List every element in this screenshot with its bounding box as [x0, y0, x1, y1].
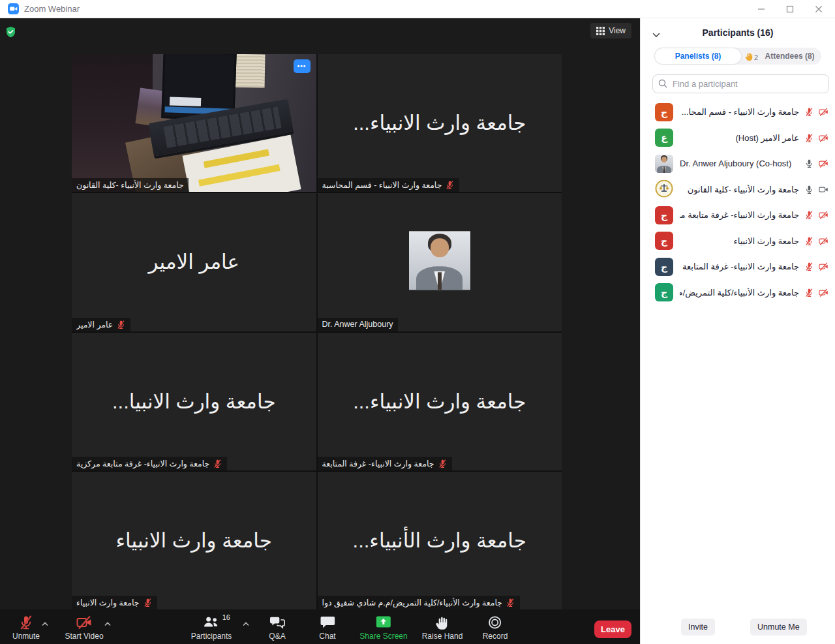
- video-options-chevron[interactable]: [104, 617, 111, 629]
- security-shield-icon[interactable]: [5, 26, 16, 38]
- zoom-logo-icon: [8, 3, 19, 14]
- tile-name-chip: Dr. Anwer Aljuboury: [318, 318, 398, 331]
- participants-tabs: Panelists (8) 2 Attendees (8): [654, 48, 821, 65]
- participants-options-chevron[interactable]: [243, 617, 249, 629]
- meeting-area: View ••• جامعة وارث الأنبياء -كلية القان…: [0, 18, 640, 644]
- microphone-icon: [804, 133, 814, 143]
- participants-button[interactable]: 16 Participants: [191, 614, 232, 641]
- tile-name-label: جامعة وارث الانبياء - قسم المحاسبة: [322, 180, 442, 190]
- chat-button[interactable]: Chat: [319, 614, 335, 641]
- participant-avatar: ع: [655, 129, 673, 147]
- participant-row[interactable]: ج جامعة وارث الأنبياء/كلية التمريض/م.م..…: [641, 280, 835, 306]
- video-off-icon: [76, 614, 93, 631]
- search-icon: [658, 79, 667, 91]
- video-tile[interactable]: جامعة وارث الانبيا... جامعة وارث الانبيا…: [72, 333, 316, 470]
- video-tile[interactable]: عامر الامير عامر الامير: [72, 193, 316, 331]
- leave-button[interactable]: Leave: [594, 621, 631, 638]
- tile-display-name: جامعة وارث الأنبياء...: [318, 472, 562, 609]
- participants-label: Participants: [191, 632, 232, 641]
- maximize-button[interactable]: [785, 5, 795, 14]
- unmute-options-chevron[interactable]: [42, 617, 48, 629]
- share-screen-button[interactable]: Share Screen: [359, 614, 407, 641]
- panel-collapse-chevron-icon[interactable]: [652, 29, 660, 40]
- participant-row[interactable]: Dr. Anwer Aljuboury (Co-host): [641, 151, 835, 177]
- tile-name-label: Dr. Anwer Aljuboury: [322, 320, 393, 329]
- chat-icon: [320, 614, 335, 631]
- tile-name-chip: جامعة وارث الأنبياء -كلية القانون: [72, 178, 189, 192]
- tab-panelists[interactable]: Panelists (8): [655, 48, 741, 64]
- camera-icon: [818, 236, 829, 246]
- minimize-button[interactable]: [757, 5, 766, 14]
- view-button[interactable]: View: [590, 23, 631, 38]
- view-button-label: View: [609, 26, 626, 35]
- microphone-icon: [438, 459, 448, 468]
- participant-row[interactable]: ج جامعة وارث الانبياء: [641, 228, 835, 254]
- unmute-button[interactable]: Unmute: [12, 614, 40, 641]
- camera-icon: [818, 107, 829, 117]
- panel-footer: Invite Unmute Me: [641, 610, 835, 644]
- microphone-icon: [804, 210, 814, 220]
- microphone-icon: [116, 320, 126, 330]
- qa-button[interactable]: Q&A: [269, 614, 286, 641]
- participant-row[interactable]: جامعة وارث الأنبياء -كلية القانون: [641, 177, 835, 203]
- microphone-icon: [804, 288, 814, 298]
- tile-name-chip: جامعة وارث الانبياء- غرفة المتابعة: [318, 457, 452, 470]
- tile-name-chip: عامر الامير: [72, 318, 130, 331]
- participant-avatar: ج: [655, 283, 673, 301]
- close-button[interactable]: [814, 5, 823, 14]
- video-tile[interactable]: جامعة وارث الانبياء جامعة وارث الانبياء: [72, 472, 316, 609]
- participant-name: جامعة وارث الانبياء- غرفة متابعة مرك...: [680, 210, 799, 220]
- video-tile[interactable]: Dr. Anwer Aljuboury: [318, 193, 562, 331]
- tab-attendees[interactable]: Attendees (8): [758, 52, 821, 61]
- tile-more-options-button[interactable]: •••: [294, 59, 311, 73]
- camera-icon: [818, 262, 829, 271]
- participant-row[interactable]: ج جامعة وارث الانبياء- غرفة متابعة مرك..…: [641, 202, 835, 228]
- tile-display-name: جامعة وارث الانبياء...: [318, 54, 562, 192]
- microphone-icon: [143, 598, 153, 607]
- raise-hand-label: Raise Hand: [422, 632, 463, 641]
- tile-display-name: جامعة وارث الانبيا...: [72, 333, 316, 470]
- participant-row[interactable]: ج جامعة وارث الانبياء- غرفة المتابعة: [641, 254, 835, 280]
- microphone-icon: [506, 598, 515, 607]
- tile-name-label: جامعة وارث الانبياء: [76, 598, 140, 607]
- participant-row[interactable]: ج جامعة وارث الانبياء - قسم المحا... (Me…: [641, 99, 835, 125]
- grid-view-icon: [596, 27, 605, 35]
- invite-button[interactable]: Invite: [681, 619, 715, 636]
- participants-list: ج جامعة وارث الانبياء - قسم المحا... (Me…: [641, 99, 835, 305]
- zoom-webinar-window: Zoom Webinar View: [0, 0, 835, 644]
- raised-hand-icon: [745, 52, 753, 61]
- tile-name-chip: جامعة وارث الانبياء- غرفة متابعة مركزية: [72, 457, 227, 470]
- tile-name-label: عامر الامير: [76, 320, 113, 330]
- participants-panel-title: Participants (16): [641, 18, 835, 38]
- record-icon: [488, 614, 502, 631]
- participant-avatar: ج: [655, 232, 673, 250]
- camera-icon: [818, 133, 829, 143]
- start-video-button[interactable]: Start Video: [65, 614, 103, 641]
- search-input[interactable]: [652, 74, 829, 93]
- microphone-icon: [804, 262, 814, 271]
- unmute-me-button[interactable]: Unmute Me: [750, 619, 807, 636]
- participants-count-badge: 16: [222, 613, 230, 621]
- microphone-icon: [804, 107, 814, 117]
- tile-name-label: جامعة وارث الأنبياء/كلية التمريض/م.م شاد…: [322, 598, 503, 607]
- tile-display-name: جامعة وارث الانبياء...: [318, 333, 562, 470]
- participant-name: جامعة وارث الانبياء- غرفة المتابعة: [680, 262, 799, 271]
- tile-name-chip: جامعة وارث الانبياء: [72, 596, 157, 609]
- participant-name: عامر الامير (Host): [680, 133, 799, 143]
- participant-photo: [409, 231, 470, 290]
- window-titlebar: Zoom Webinar: [0, 0, 835, 18]
- video-tile[interactable]: جامعة وارث الأنبياء... جامعة وارث الأنبي…: [318, 472, 562, 609]
- video-tile[interactable]: ••• جامعة وارث الأنبياء -كلية القانون: [72, 54, 316, 192]
- record-button[interactable]: Record: [483, 614, 508, 641]
- participant-row[interactable]: ع عامر الامير (Host): [641, 125, 835, 151]
- participant-name: جامعة وارث الأنبياء -كلية القانون: [680, 185, 799, 194]
- share-screen-label: Share Screen: [359, 632, 407, 641]
- participant-avatar: [655, 180, 673, 198]
- raise-hand-button[interactable]: Raise Hand: [422, 614, 463, 641]
- camera-icon: [818, 185, 829, 194]
- law-college-logo: [655, 180, 673, 198]
- video-tile[interactable]: جامعة وارث الانبياء... جامعة وارث الانبي…: [318, 333, 562, 470]
- video-tile[interactable]: جامعة وارث الانبياء... جامعة وارث الانبي…: [318, 54, 562, 192]
- camera-icon: [818, 210, 829, 220]
- participant-name: Dr. Anwer Aljuboury (Co-host): [680, 159, 799, 168]
